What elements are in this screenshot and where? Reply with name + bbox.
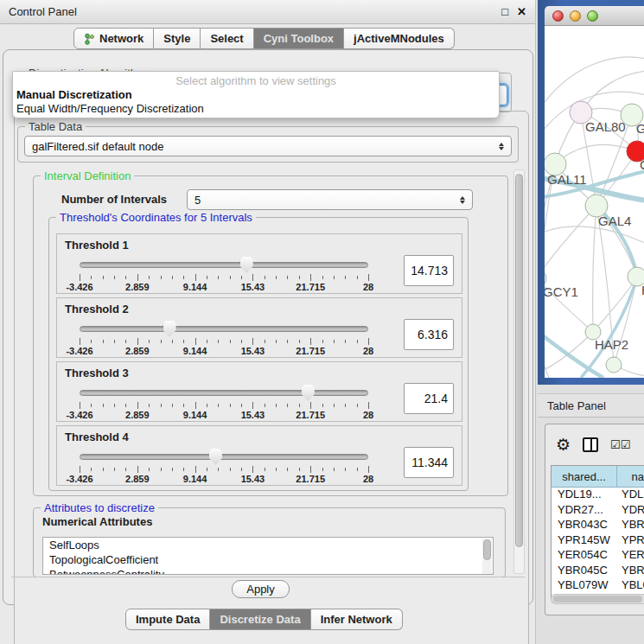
table-hscrollbar[interactable] xyxy=(551,594,644,604)
cell-name: YBL0 xyxy=(617,578,644,594)
table-row[interactable]: YBR043CYBR0 xyxy=(552,518,644,533)
close-traffic-light-icon[interactable] xyxy=(552,10,564,22)
slider-thumb[interactable] xyxy=(163,321,176,337)
cell-name: YDL1 xyxy=(617,488,644,503)
network-graph: GAL80GACGAL11GAL4GCY1HHAP2 xyxy=(545,26,644,378)
table-data-combo[interactable]: galFiltered.sif default node xyxy=(24,136,512,156)
table-data-group: Table Data galFiltered.sif default node xyxy=(17,126,519,163)
slider-thumb[interactable] xyxy=(209,449,222,465)
threshold-value-field[interactable]: 14.713 xyxy=(404,255,454,286)
threshold-label: Threshold 2 xyxy=(65,303,129,316)
slider-axis: -3.4262.8599.14415.4321.71528 xyxy=(80,410,368,420)
threshold-slider[interactable]: -3.4262.8599.14415.4321.71528 xyxy=(80,449,368,483)
node-label: GAL80 xyxy=(585,119,626,134)
numerical-attributes-list[interactable]: SelfLoopsTopologicalCoefficientBetweenne… xyxy=(42,537,494,575)
network-icon xyxy=(84,33,95,45)
bottom-tab-impute-data[interactable]: Impute Data xyxy=(125,609,210,630)
table-header-row: shared... na xyxy=(552,466,644,488)
threshold-block-3: Threshold 3-3.4262.8599.14415.4321.71528… xyxy=(56,361,462,422)
table-data-group-title: Table Data xyxy=(25,120,86,133)
tab-select[interactable]: Select xyxy=(201,28,253,49)
column-header-shared-name[interactable]: shared... xyxy=(552,466,617,487)
gear-icon[interactable]: ⚙ xyxy=(556,437,571,453)
threshold-value-field[interactable]: 21.4 xyxy=(404,383,454,414)
tab-label: Select xyxy=(210,32,243,45)
number-of-intervals-label: Number of Intervals xyxy=(61,193,167,206)
threshold-slider[interactable]: -3.4262.8599.14415.4321.71528 xyxy=(80,257,368,291)
network-canvas[interactable]: GAL80GACGAL11GAL4GCY1HHAP2 xyxy=(545,26,644,378)
network-node[interactable] xyxy=(606,357,622,373)
tab-label: Style xyxy=(163,32,190,45)
network-window-titlebar[interactable] xyxy=(545,6,644,26)
attributes-scrollbar[interactable] xyxy=(482,539,492,575)
attribute-items: SelfLoopsTopologicalCoefficientBetweenne… xyxy=(43,538,493,575)
algorithm-popup: Select algorithm to view settings Manual… xyxy=(12,71,500,118)
table-toolbar: ⚙ ☑☑ xyxy=(545,424,644,464)
bottom-tab-infer-network[interactable]: Infer Network xyxy=(311,609,403,630)
attribute-list-item[interactable]: SelfLoops xyxy=(43,538,493,552)
slider-ticks xyxy=(80,466,368,473)
cell-shared-name: YDL19... xyxy=(552,488,617,503)
tab-cyni-toolbox[interactable]: Cyni Toolbox xyxy=(254,28,344,49)
algorithm-option-equal-width[interactable]: Equal Width/Frequency Discretization xyxy=(13,102,499,116)
main-scrollbar-thumb[interactable] xyxy=(515,174,523,547)
table-panel-title: Table Panel xyxy=(547,399,606,412)
numerical-attributes-label: Numerical Attributes xyxy=(42,515,152,528)
network-view-window[interactable]: GAL80GACGAL11GAL4GCY1HHAP2 xyxy=(538,0,644,385)
float-icon[interactable]: □ xyxy=(501,5,508,18)
column-header-name[interactable]: na xyxy=(617,466,644,487)
node-label: GA xyxy=(636,121,644,136)
slider-thumb[interactable] xyxy=(302,385,315,401)
node-label: HAP2 xyxy=(595,337,628,352)
threshold-block-2: Threshold 2-3.4262.8599.14415.4321.71528… xyxy=(56,297,462,358)
thresholds-group: Threshold's Coordinates for 5 Intervals … xyxy=(48,217,469,491)
slider-track xyxy=(80,390,368,396)
slider-track xyxy=(80,326,368,332)
cell-shared-name: YBR043C xyxy=(552,518,617,533)
threshold-value-field[interactable]: 11.344 xyxy=(404,447,454,478)
algorithm-placeholder: Select algorithm to view settings xyxy=(13,72,499,88)
table-row[interactable]: YBR045CYBR0 xyxy=(552,564,644,579)
table-data-combo-text: galFiltered.sif default node xyxy=(32,140,494,153)
slider-track xyxy=(80,262,368,268)
table-row[interactable]: YBL079WYBL0 xyxy=(552,578,644,594)
table-panel-bar[interactable]: Table Panel xyxy=(538,393,644,418)
slider-axis: -3.4262.8599.14415.4321.71528 xyxy=(80,346,368,356)
checkbox-icons[interactable]: ☑☑ xyxy=(610,438,630,451)
cell-shared-name: YBR045C xyxy=(552,564,617,579)
threshold-slider[interactable]: -3.4262.8599.14415.4321.71528 xyxy=(80,321,368,355)
table-row[interactable]: YPR145WYPR1 xyxy=(552,533,644,549)
interval-definition-title: Interval Definition xyxy=(41,169,134,182)
node-table: shared... na YDL19...YDL1YDR27...YDR2YBR… xyxy=(551,465,644,599)
tab-style[interactable]: Style xyxy=(154,28,201,49)
node-label: C xyxy=(640,157,644,172)
tab-jactivemnodules[interactable]: jActiveMNodules xyxy=(344,28,455,49)
tab-network[interactable]: Network xyxy=(73,28,154,49)
slider-thumb[interactable] xyxy=(240,257,253,273)
columns-icon[interactable] xyxy=(583,437,598,452)
attributes-scrollbar-thumb[interactable] xyxy=(483,539,491,560)
table-row[interactable]: YER054CYER0 xyxy=(552,548,644,564)
algorithm-option-manual[interactable]: Manual Discretization xyxy=(13,88,499,102)
apply-button[interactable]: Apply xyxy=(232,580,290,598)
close-icon[interactable]: ✕ xyxy=(517,5,526,18)
attribute-list-item[interactable]: BetweennessCentrality xyxy=(43,567,493,575)
bottom-tab-bar: Impute DataDiscretize DataInfer Network xyxy=(125,609,403,630)
bottom-tab-discretize-data[interactable]: Discretize Data xyxy=(210,609,310,630)
tab-label: Discretize Data xyxy=(220,613,300,626)
tab-label: Network xyxy=(99,32,143,45)
main-scrollbar[interactable] xyxy=(513,169,525,574)
threshold-label: Threshold 4 xyxy=(65,430,129,443)
minimize-traffic-light-icon[interactable] xyxy=(570,10,581,22)
number-of-intervals-spinner[interactable]: 5 xyxy=(187,189,473,210)
cell-name: YBR0 xyxy=(617,564,644,579)
zoom-traffic-light-icon[interactable] xyxy=(587,10,598,22)
table-row[interactable]: YDR27...YDR2 xyxy=(552,503,644,519)
attribute-list-item[interactable]: TopologicalCoefficient xyxy=(43,552,493,567)
threshold-slider[interactable]: -3.4262.8599.14415.4321.71528 xyxy=(80,385,368,419)
threshold-label: Threshold 1 xyxy=(65,239,129,252)
table-row[interactable]: YDL19...YDL1 xyxy=(552,488,644,503)
table-hscrollbar-thumb[interactable] xyxy=(553,596,642,603)
cell-shared-name: YPR145W xyxy=(552,533,617,549)
threshold-value-field[interactable]: 6.316 xyxy=(404,319,454,350)
